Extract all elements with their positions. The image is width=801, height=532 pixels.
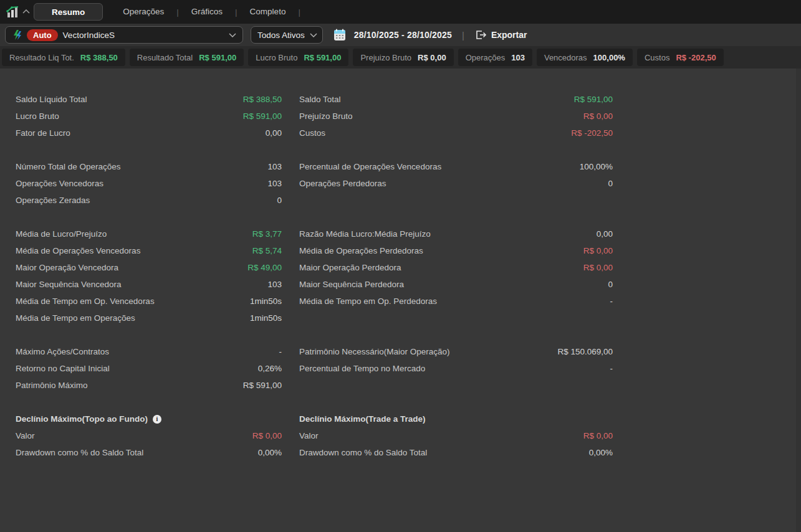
- stat-chip: CustosR$ -202,50: [637, 49, 724, 66]
- stat-pair-right: Média de Tempo em Op. Perdedoras-: [299, 297, 613, 306]
- stat-label: Retorno no Capital Inicial: [16, 364, 110, 373]
- vertical-scrollbar[interactable]: [796, 69, 801, 532]
- chip-value: R$ 591,00: [304, 53, 341, 62]
- stat-pair-right: Prejuízo BrutoR$ 0,00: [299, 112, 613, 121]
- chip-value: 100,00%: [593, 53, 625, 62]
- stat-value: R$ 49,00: [247, 263, 282, 272]
- stat-value: 0,26%: [258, 364, 282, 373]
- section-header-row: Declínio Máximo(Topo ao Fundo)iDeclínio …: [16, 411, 801, 427]
- stat-pair-left: Maior Sequência Vencedora103: [16, 280, 282, 289]
- calendar-icon[interactable]: [333, 28, 347, 42]
- stats-section: Média de Lucro/PrejuízoR$ 3,77Razão Médi…: [16, 226, 801, 326]
- stat-pair-left: Drawdown como % do Saldo Total0,00%: [16, 448, 282, 457]
- tab-completo[interactable]: Completo: [239, 3, 297, 21]
- stat-label: Razão Média Lucro:Média Prejuízo: [299, 229, 431, 239]
- chip-value: R$ 388,50: [80, 53, 118, 62]
- strategy-selected-value: VectorIndiceS: [63, 31, 229, 40]
- stat-pair-left: Saldo Líquido TotalR$ 388,50: [16, 95, 282, 104]
- top-bar: Resumo Operações | Gráficos | Completo |: [0, 0, 801, 24]
- stat-value: -: [610, 297, 613, 306]
- stat-row: Patrimônio MáximoR$ 591,00: [16, 377, 801, 394]
- chip-label: Operações: [466, 53, 506, 62]
- stat-pair-right: Média de Operações PerdedorasR$ 0,00: [299, 246, 613, 255]
- stat-pair-left: Patrimônio MáximoR$ 591,00: [16, 381, 282, 390]
- stat-label: Saldo Total: [299, 95, 341, 104]
- stat-chip: Vencedoras100,00%: [537, 49, 633, 66]
- stats-chips-bar: Resultado Liq Tot.R$ 388,50Resultado Tot…: [0, 46, 801, 69]
- stat-pair-right: Maior Sequência Perdedora0: [299, 280, 613, 289]
- stat-label: Prejuízo Bruto: [299, 112, 353, 121]
- chip-value: R$ 591,00: [199, 53, 236, 62]
- stat-label: Média de Tempo em Op. Perdedoras: [299, 297, 437, 306]
- stat-chip: Lucro BrutoR$ 591,00: [248, 49, 348, 66]
- stats-section: Número Total de Operações103Percentual d…: [16, 158, 801, 209]
- auto-bolt-icon: [12, 29, 23, 40]
- stat-value: R$ 388,50: [243, 95, 282, 104]
- export-button[interactable]: Exportar: [474, 29, 527, 41]
- stat-chip: Prejuizo BrutoR$ 0,00: [353, 49, 453, 66]
- stat-label: Fator de Lucro: [16, 128, 70, 138]
- stat-pair-left: ValorR$ 0,00: [16, 431, 282, 440]
- stat-label: Maior Operação Perdedora: [299, 263, 401, 272]
- chip-label: Custos: [645, 53, 669, 62]
- stat-label: Patrimônio Máximo: [16, 381, 88, 390]
- stat-label: Média de Operações Perdedoras: [299, 246, 423, 255]
- stat-label: Lucro Bruto: [16, 112, 59, 121]
- stat-chip: Operações103: [458, 49, 532, 66]
- stat-value: 1min50s: [250, 297, 282, 306]
- stat-label: Percentual de Operações Vencedoras: [299, 162, 441, 171]
- assets-select[interactable]: Todos Ativos: [251, 26, 323, 44]
- strategy-select[interactable]: Auto VectorIndiceS: [5, 26, 243, 44]
- stat-label: Média de Tempo em Op. Vencedoras: [16, 297, 155, 306]
- stat-label: Saldo Líquido Total: [16, 95, 87, 104]
- stat-value: R$ 591,00: [243, 112, 282, 121]
- tab-resumo[interactable]: Resumo: [34, 3, 103, 21]
- stat-label: Operações Perdedoras: [299, 179, 386, 188]
- assets-selected-value: Todos Ativos: [257, 31, 305, 40]
- stat-value: 100,00%: [580, 162, 613, 171]
- stat-pair-left: Média de Operações VencedorasR$ 5,74: [16, 246, 282, 255]
- stat-pair-left: Maior Operação VencedoraR$ 49,00: [16, 263, 282, 272]
- stat-label: Patrimônio Necessário(Maior Operação): [299, 347, 450, 356]
- stat-label: Drawdown como % do Saldo Total: [299, 448, 427, 457]
- stat-value: 103: [267, 179, 282, 188]
- stat-pair-left: Operações Vencedoras103: [16, 179, 282, 188]
- stat-label: Maior Sequência Perdedora: [299, 280, 404, 289]
- info-icon[interactable]: i: [153, 415, 161, 424]
- stat-label: Operações Zeradas: [16, 196, 90, 205]
- section-header-left: Declínio Máximo(Topo ao Fundo)i: [16, 414, 282, 424]
- stat-value: 0,00: [597, 229, 613, 239]
- chevron-down-icon: [310, 32, 317, 37]
- stat-value: 0,00%: [258, 448, 282, 457]
- stat-value: 0: [608, 280, 613, 289]
- tab-divider: |: [297, 7, 302, 17]
- stat-value: R$ 0,00: [252, 431, 282, 440]
- collapse-panel-icon[interactable]: [22, 9, 30, 14]
- stat-row: Maior Operação VencedoraR$ 49,00Maior Op…: [16, 259, 801, 276]
- stat-row: Saldo Líquido TotalR$ 388,50Saldo TotalR…: [16, 91, 801, 108]
- stat-label: Custos: [299, 128, 325, 138]
- stat-pair-right: ValorR$ 0,00: [299, 431, 613, 440]
- stat-value: R$ 0,00: [583, 263, 613, 272]
- stat-pair-left: Média de Tempo em Operações1min50s: [16, 313, 282, 323]
- stat-pair-right: Percentual de Tempo no Mercado-: [299, 364, 613, 373]
- stat-pair-left: Máximo Ações/Contratos-: [16, 347, 282, 356]
- stat-pair-right: Drawdown como % do Saldo Total0,00%: [299, 448, 613, 457]
- stat-value: R$ -202,50: [571, 128, 613, 138]
- chip-label: Resultado Liq Tot.: [9, 53, 74, 62]
- stat-chip: Resultado Liq Tot.R$ 388,50: [2, 49, 125, 66]
- tab-bar: Resumo Operações | Gráficos | Completo |: [34, 3, 302, 21]
- stat-value: R$ 591,00: [243, 381, 282, 390]
- tab-operacoes[interactable]: Operações: [112, 3, 175, 21]
- stat-pair-left: Retorno no Capital Inicial0,26%: [16, 364, 282, 373]
- date-range-value[interactable]: 28/10/2025 - 28/10/2025: [354, 30, 452, 40]
- stat-pair-right: CustosR$ -202,50: [299, 128, 613, 138]
- chip-label: Lucro Bruto: [256, 53, 297, 62]
- stat-chip: Resultado TotalR$ 591,00: [130, 49, 244, 66]
- stat-pair-left: Número Total de Operações103: [16, 162, 282, 171]
- stat-label: Percentual de Tempo no Mercado: [299, 364, 425, 373]
- stats-section: Declínio Máximo(Topo ao Fundo)iDeclínio …: [16, 411, 801, 461]
- tab-graficos[interactable]: Gráficos: [180, 3, 234, 21]
- export-label: Exportar: [491, 30, 527, 40]
- stat-pair-right: Percentual de Operações Vencedoras100,00…: [299, 162, 613, 171]
